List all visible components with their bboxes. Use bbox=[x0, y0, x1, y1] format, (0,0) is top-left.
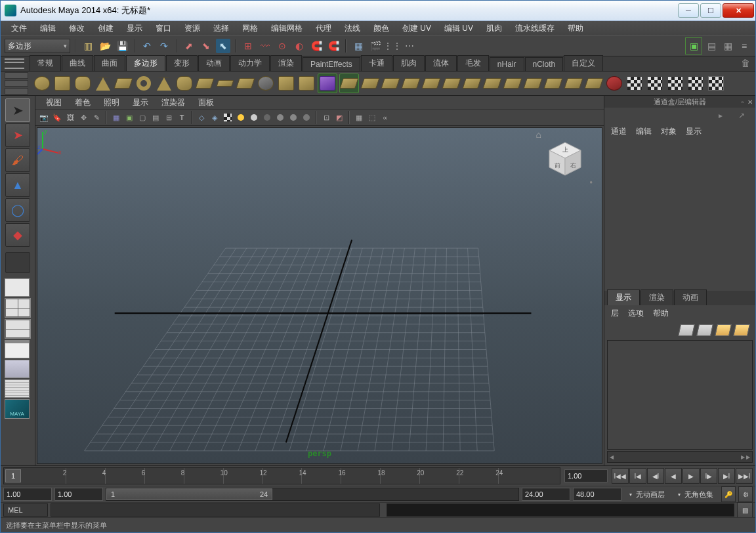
undock-icon[interactable]: ▫ bbox=[741, 98, 744, 106]
screen-ao-icon[interactable] bbox=[287, 112, 299, 123]
poly-bevel-icon[interactable] bbox=[503, 74, 522, 93]
poly-prism-icon[interactable] bbox=[155, 74, 173, 93]
new-layer-icon[interactable] bbox=[678, 324, 695, 336]
poly-offset-icon[interactable] bbox=[483, 74, 501, 93]
chan-tab-show[interactable]: 显示 bbox=[686, 126, 702, 137]
paint-select-tool[interactable]: 🖌 bbox=[5, 148, 30, 172]
select-obj-icon[interactable]: ⬊ bbox=[199, 39, 213, 53]
maya-layout-icon[interactable]: MAYA bbox=[5, 399, 30, 419]
render-settings-icon[interactable]: ⋯ bbox=[402, 39, 417, 53]
grid-icon[interactable]: ▦ bbox=[110, 112, 122, 123]
poly-type-icon[interactable] bbox=[257, 74, 275, 93]
xray-toggle-icon[interactable]: ▣ bbox=[685, 37, 702, 54]
chan-opt1-icon[interactable]: ▸ bbox=[719, 111, 729, 120]
menu-display[interactable]: 显示 bbox=[120, 21, 149, 36]
layer-tab-display[interactable]: 显示 bbox=[607, 289, 640, 305]
layer-menu-options[interactable]: 选项 bbox=[628, 308, 644, 319]
range-max-field[interactable]: 48.00 bbox=[573, 488, 621, 501]
new-scene-icon[interactable]: ▥ bbox=[81, 39, 95, 53]
anim-layer-dropdown[interactable]: 无动画层 bbox=[624, 488, 670, 500]
isolate-icon[interactable]: ⊡ bbox=[320, 112, 332, 123]
undo-icon[interactable]: ↶ bbox=[140, 39, 154, 53]
poly-extract-icon[interactable] bbox=[318, 74, 337, 93]
layer-menu-help[interactable]: 帮助 bbox=[653, 308, 669, 319]
poly-separate-icon[interactable] bbox=[297, 74, 316, 93]
shelf-tab[interactable]: 动力学 bbox=[230, 55, 270, 71]
render-icon[interactable]: 🎬 bbox=[368, 39, 383, 53]
motion-blur-icon[interactable] bbox=[301, 112, 312, 123]
four-pane-icon[interactable] bbox=[5, 298, 31, 318]
layer-up-icon[interactable] bbox=[715, 324, 732, 336]
menu-edit[interactable]: 编辑 bbox=[33, 21, 62, 36]
module-selector[interactable]: 多边形 bbox=[5, 39, 70, 53]
panel-menu-view[interactable]: 视图 bbox=[39, 96, 68, 110]
wireframe-icon[interactable]: ◇ bbox=[196, 112, 207, 123]
shelf-tab[interactable]: 曲面 bbox=[94, 55, 125, 71]
autokey-button[interactable]: 🔑 bbox=[721, 486, 736, 502]
close-button[interactable]: ✕ bbox=[723, 3, 754, 18]
range-inner-start-field[interactable]: 1.00 bbox=[54, 488, 103, 501]
new-layer-assign-icon[interactable] bbox=[696, 324, 713, 336]
prefs-button[interactable]: ⚙ bbox=[738, 486, 753, 502]
uv-editor-icon[interactable] bbox=[707, 74, 725, 93]
poly-soccer-icon[interactable] bbox=[216, 74, 234, 93]
open-scene-icon[interactable]: 📂 bbox=[98, 39, 112, 53]
range-handle[interactable]: 1 24 bbox=[106, 488, 272, 500]
shelf-tab[interactable]: 卡通 bbox=[361, 55, 392, 71]
close-panel-icon[interactable]: ✕ bbox=[747, 98, 753, 106]
menu-select[interactable]: 选择 bbox=[207, 21, 236, 36]
cmd-lang-label[interactable]: MEL bbox=[3, 503, 48, 517]
2d-pan-icon[interactable]: ✥ bbox=[77, 112, 89, 123]
layer-tab-render[interactable]: 渲染 bbox=[640, 289, 673, 305]
script-layout-icon[interactable] bbox=[5, 379, 30, 398]
layer-menu-layers[interactable]: 层 bbox=[611, 308, 619, 319]
poly-bridge-icon[interactable] bbox=[381, 74, 400, 93]
snap-plane-icon[interactable]: ◐ bbox=[292, 39, 306, 53]
poly-sphere-icon[interactable] bbox=[33, 74, 51, 93]
poly-cylinder-icon[interactable] bbox=[74, 74, 92, 93]
menu-editmesh[interactable]: 编辑网格 bbox=[264, 21, 309, 36]
uv-sphere-icon[interactable] bbox=[666, 74, 684, 93]
select-comp-icon[interactable]: ⬉ bbox=[216, 39, 230, 53]
poly-insert-icon[interactable] bbox=[463, 74, 481, 93]
range-inner-end-field[interactable]: 24.00 bbox=[522, 488, 570, 501]
range-start-field[interactable]: 1.00 bbox=[3, 488, 52, 501]
step-fwd-key-button[interactable]: ▶I bbox=[718, 468, 735, 484]
rotate-tool[interactable]: ◯ bbox=[5, 198, 30, 222]
snap-curve-icon[interactable]: 〰 bbox=[258, 39, 272, 53]
range-track[interactable]: 1 24 bbox=[106, 488, 519, 501]
menu-window[interactable]: 窗口 bbox=[149, 21, 178, 36]
persp-layout-icon[interactable] bbox=[5, 360, 30, 378]
shelf-tab[interactable]: 动画 bbox=[198, 55, 230, 71]
script-editor-button[interactable]: ▤ bbox=[737, 502, 753, 518]
select-hier-icon[interactable]: ⬈ bbox=[182, 39, 196, 53]
chan-tab-channels[interactable]: 通道 bbox=[611, 126, 627, 137]
shelf-tab[interactable]: 常规 bbox=[30, 55, 61, 71]
poly-torus-icon[interactable] bbox=[135, 74, 153, 93]
shelf-tab[interactable]: 变形 bbox=[166, 55, 198, 71]
poly-helix-icon[interactable] bbox=[196, 74, 214, 93]
res-gate-icon[interactable]: ▢ bbox=[136, 112, 148, 123]
expose-icon[interactable]: ▦ bbox=[353, 112, 365, 123]
shelf-tab-active[interactable]: 多边形 bbox=[126, 55, 165, 71]
shelf-tab[interactable]: 毛发 bbox=[457, 55, 489, 71]
panel-menu-show[interactable]: 显示 bbox=[126, 96, 155, 110]
menu-help[interactable]: 帮助 bbox=[561, 21, 590, 36]
share-icon[interactable]: ∝ bbox=[379, 112, 391, 123]
chan-opt2-icon[interactable]: ↗ bbox=[738, 111, 749, 120]
menu-pipeline[interactable]: 流水线缓存 bbox=[509, 21, 561, 36]
menu-proxy[interactable]: 代理 bbox=[309, 21, 338, 36]
cmd-input[interactable] bbox=[51, 503, 380, 517]
panel-layout1-icon[interactable]: ▤ bbox=[704, 39, 719, 53]
poly-boolean-icon[interactable] bbox=[339, 74, 359, 93]
snap-view-icon[interactable]: 🧲 bbox=[326, 39, 341, 53]
shaded-icon[interactable]: ◈ bbox=[209, 112, 220, 123]
shelf-tab[interactable]: 流体 bbox=[425, 55, 457, 71]
current-time-field[interactable]: 1.00 bbox=[564, 469, 608, 482]
grease-icon[interactable]: ✎ bbox=[91, 112, 102, 123]
step-fwd-button[interactable]: I▶ bbox=[700, 468, 717, 484]
outliner-layout-icon[interactable] bbox=[5, 340, 30, 358]
poly-collapse-icon[interactable] bbox=[544, 74, 562, 93]
shadows-icon[interactable] bbox=[274, 112, 286, 123]
light-none-icon[interactable] bbox=[261, 112, 273, 123]
